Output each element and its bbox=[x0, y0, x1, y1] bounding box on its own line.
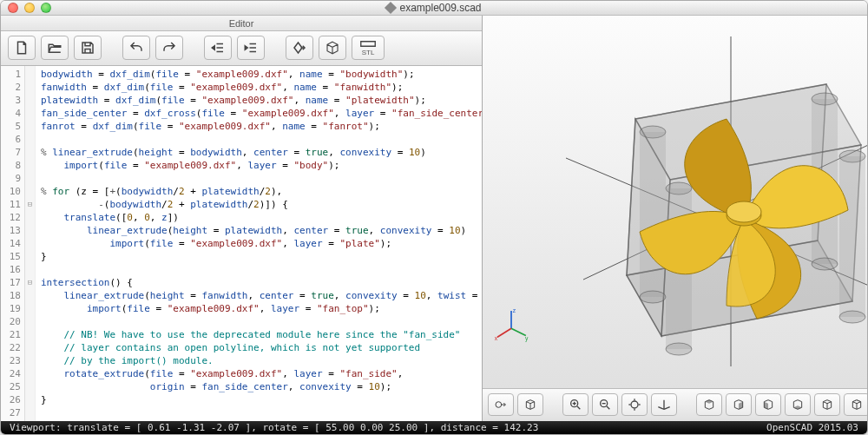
render-button[interactable] bbox=[319, 36, 346, 60]
view-back-button[interactable] bbox=[844, 393, 868, 416]
svg-point-21 bbox=[727, 201, 761, 222]
toggle-axes-button[interactable] bbox=[651, 393, 677, 416]
zoom-button[interactable] bbox=[41, 3, 51, 13]
view-bottom-button[interactable] bbox=[755, 393, 781, 416]
window-title-text: example009.scad bbox=[399, 2, 481, 14]
svg-text:y: y bbox=[525, 335, 529, 342]
code-content[interactable]: bodywidth = dxf_dim(file = "example009.d… bbox=[36, 66, 482, 421]
zoom-in-button[interactable] bbox=[562, 393, 589, 416]
export-icon bbox=[358, 39, 378, 49]
main-area: Editor STL bbox=[1, 16, 867, 421]
svg-line-43 bbox=[658, 407, 664, 410]
svg-point-36 bbox=[631, 401, 638, 408]
svg-line-24 bbox=[497, 328, 511, 337]
titlebar: example009.scad bbox=[1, 1, 867, 16]
vt-preview-button[interactable] bbox=[488, 393, 514, 416]
undo-button[interactable] bbox=[122, 36, 150, 60]
svg-line-42 bbox=[664, 407, 670, 410]
view-left-button[interactable] bbox=[785, 393, 811, 416]
stl-label: STL bbox=[362, 49, 375, 56]
svg-point-19 bbox=[666, 343, 692, 355]
view-front-button[interactable] bbox=[814, 393, 840, 416]
model-render bbox=[549, 36, 868, 366]
vt-render-button[interactable] bbox=[517, 393, 543, 416]
editor-pane-title: Editor bbox=[1, 16, 482, 31]
svg-point-10 bbox=[640, 291, 666, 303]
viewer-canvas[interactable]: z y x bbox=[483, 16, 868, 388]
zoom-out-button[interactable] bbox=[592, 393, 618, 416]
svg-line-34 bbox=[607, 406, 609, 409]
svg-rect-15 bbox=[839, 156, 865, 317]
undo-icon bbox=[128, 40, 144, 56]
fold-gutter[interactable]: ⊟ ⊟ bbox=[25, 66, 36, 421]
folder-open-icon bbox=[47, 40, 62, 56]
traffic-lights bbox=[8, 3, 51, 13]
file-new-icon bbox=[14, 40, 30, 56]
cube-face-icon bbox=[820, 398, 834, 412]
unindent-button[interactable] bbox=[204, 36, 232, 60]
axis-gizmo: z y x bbox=[493, 306, 529, 343]
indent-icon bbox=[243, 40, 259, 56]
indent-button[interactable] bbox=[237, 36, 265, 60]
zoom-fit-button[interactable] bbox=[621, 393, 648, 416]
statusbar: Viewport: translate = [ 0.61 -1.31 -2.07… bbox=[1, 421, 867, 434]
cube-icon bbox=[325, 40, 340, 56]
line-number-gutter: 1 2 3 4 5 6 7 8 9 10 11 12 13 14 15 16 1… bbox=[1, 66, 25, 421]
view-right-button[interactable] bbox=[696, 393, 722, 416]
code-editor[interactable]: 1 2 3 4 5 6 7 8 9 10 11 12 13 14 15 16 1… bbox=[1, 66, 482, 421]
cube-face-icon bbox=[761, 398, 775, 412]
axes-icon bbox=[657, 398, 671, 412]
cube-face-icon bbox=[791, 398, 805, 412]
svg-rect-9 bbox=[640, 132, 666, 297]
zoom-in-icon bbox=[569, 398, 582, 412]
svg-point-13 bbox=[812, 258, 838, 270]
svg-line-30 bbox=[577, 406, 580, 409]
save-button[interactable] bbox=[74, 36, 102, 60]
preview-icon bbox=[292, 40, 307, 56]
viewer-pane: z y x bbox=[483, 16, 868, 421]
save-icon bbox=[80, 40, 95, 56]
unindent-icon bbox=[210, 40, 226, 56]
view-top-button[interactable] bbox=[726, 393, 752, 416]
new-button[interactable] bbox=[8, 36, 36, 60]
close-button[interactable] bbox=[8, 3, 18, 13]
viewer-toolbar bbox=[483, 388, 868, 421]
svg-line-23 bbox=[511, 328, 526, 335]
zoom-fit-icon bbox=[628, 398, 641, 412]
open-button[interactable] bbox=[41, 36, 69, 60]
svg-text:z: z bbox=[513, 307, 516, 313]
status-left: Viewport: translate = [ 0.61 -1.31 -2.07… bbox=[10, 422, 538, 433]
cube-face-icon bbox=[702, 398, 716, 412]
export-stl-button[interactable]: STL bbox=[352, 36, 385, 60]
redo-button[interactable] bbox=[155, 36, 183, 60]
window-title: example009.scad bbox=[1, 2, 867, 14]
status-right: OpenSCAD 2015.03 bbox=[766, 422, 858, 433]
svg-point-16 bbox=[839, 311, 865, 323]
cube-face-icon bbox=[732, 398, 746, 412]
redo-icon bbox=[161, 40, 177, 56]
editor-pane: Editor STL bbox=[1, 16, 483, 421]
cube-icon bbox=[523, 398, 537, 412]
preview-icon bbox=[494, 398, 508, 412]
preview-button[interactable] bbox=[286, 36, 313, 60]
cube-wire-icon bbox=[850, 398, 864, 412]
zoom-out-icon bbox=[598, 398, 612, 412]
app-window: example009.scad Editor bbox=[0, 0, 868, 435]
svg-point-28 bbox=[496, 402, 502, 408]
editor-toolbar: STL bbox=[1, 31, 482, 66]
document-proxy-icon bbox=[385, 2, 397, 14]
minimize-button[interactable] bbox=[24, 3, 35, 13]
